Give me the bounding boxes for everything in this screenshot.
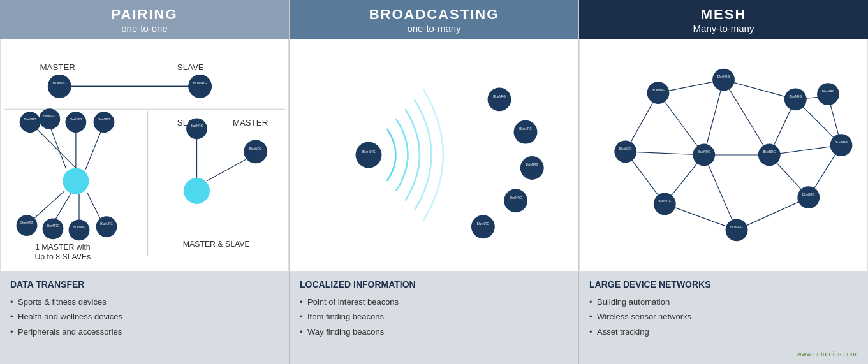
mesh-node-g [654,193,676,215]
recv-node-1 [488,87,511,111]
svg-text:BlueNRG: BlueNRG [52,81,66,85]
slave-node-1 [20,112,41,133]
broadcasting-panel: BROADCASTING one-to-many BlueNRG [290,0,579,272]
master-slave-label: MASTER & SLAVE [183,240,250,249]
main-container: PAIRING one-to-one MASTER SLAVE BlueNRG … [0,0,868,364]
broadcasting-body: BlueNRG BlueNRG BlueNRG [290,39,578,272]
pairing-header: PAIRING one-to-one [0,0,289,39]
slave-node-6 [43,218,64,239]
svg-text:BlueNRG: BlueNRG [477,222,490,226]
mesh-node-i [693,144,715,166]
mesh-node-d [830,134,853,156]
svg-text:BlueNRG: BlueNRG [193,81,207,85]
svg-text:BlueNRG: BlueNRG [43,115,56,118]
broadcast-source [356,142,382,168]
watermark: www.cntronics.com [791,347,862,360]
mesh-node-f [726,219,748,241]
localized-info-title: LOCALIZED INFORMATION [300,279,568,289]
svg-text:BlueNRG: BlueNRG [493,95,506,98]
pairing-title: PAIRING [0,6,289,23]
mesh-node-a [647,82,670,104]
pairing-diagram: MASTER SLAVE BlueNRG ~~~~ BlueNRG ~~~~ [1,39,288,271]
pairing-body: MASTER SLAVE BlueNRG ~~~~ BlueNRG ~~~~ [0,39,289,272]
svg-line-12 [85,129,102,170]
slave-node-2 [39,108,60,129]
svg-text:BlueNRG: BlueNRG [362,150,376,154]
mesh-node-j [758,144,781,166]
list-item: Item finding beacons [300,309,568,324]
svg-text:BlueNRG: BlueNRG [519,127,532,131]
mesh-node-c [784,88,807,110]
mesh-node-b [712,69,735,91]
svg-text:BlueNRG: BlueNRG [822,90,835,93]
slave-node-7 [69,219,90,240]
svg-text:BlueNRG: BlueNRG [802,193,815,196]
svg-text:~~~~: ~~~~ [196,87,204,91]
recv-node-2 [514,120,538,144]
large-device-list: Building automation Wireless sensor netw… [589,295,858,339]
recv-node-4 [504,189,527,212]
svg-text:BlueNRG: BlueNRG [730,226,743,229]
broadcasting-subtitle: one-to-many [290,23,578,34]
svg-text:BlueNRG: BlueNRG [191,124,203,127]
svg-text:BlueNRG: BlueNRG [698,150,710,154]
data-transfer-panel: DATA TRANSFER Sports & fitness devices H… [0,272,290,364]
svg-line-41 [658,93,704,155]
one-master-label: 1 MASTER with [35,243,91,252]
slave-node-br1 [186,119,207,140]
large-device-panel: LARGE DEVICE NETWORKS Building automatio… [579,272,868,364]
slave-node-4 [94,112,115,133]
svg-text:BlueNRG: BlueNRG [24,118,36,121]
mesh-panel: MESH Many-to-many [579,0,868,272]
svg-line-46 [704,155,737,230]
master-node-right [244,140,267,163]
up-to-slaves-label: Up to 8 SLAVEs [34,252,91,261]
slave-node-8 [96,216,117,237]
bottom-section: DATA TRANSFER Sports & fitness devices H… [0,272,868,364]
svg-line-38 [665,204,737,230]
broadcasting-header: BROADCASTING one-to-many [290,0,578,39]
svg-line-48 [626,152,704,155]
list-item: Peripherals and accessories [10,324,279,339]
svg-line-34 [724,80,796,99]
list-item: Point of interest beacons [300,295,568,309]
list-item: Sports & fitness devices [10,295,279,309]
svg-line-37 [737,198,809,230]
slave-label-top: SLAVE [177,62,204,72]
svg-text:BlueNRG: BlueNRG [510,196,522,200]
svg-line-6 [36,129,76,168]
svg-line-20 [87,192,102,222]
top-section: PAIRING one-to-one MASTER SLAVE BlueNRG … [0,0,868,272]
localized-info-list: Point of interest beacons Item finding b… [300,295,568,339]
svg-line-42 [724,80,770,155]
svg-line-8 [50,126,66,169]
recv-node-3 [520,156,544,180]
svg-text:BlueNRG: BlueNRG [717,75,730,78]
slave-node-5 [17,215,38,236]
data-transfer-title: DATA TRANSFER [10,279,279,289]
svg-text:BlueNRG: BlueNRG [526,163,539,166]
mesh-node-k [817,83,839,105]
svg-text:BlueNRG: BlueNRG [47,224,59,228]
list-item: Asset tracking [589,324,858,339]
list-item: Health and wellness devices [10,309,279,324]
pairing-panel: PAIRING one-to-one MASTER SLAVE BlueNRG … [0,0,290,272]
mesh-subtitle: Many-to-many [579,23,868,34]
svg-text:~~~~: ~~~~ [55,87,63,91]
svg-text:BlueNRG: BlueNRG [73,226,85,229]
mesh-header: MESH Many-to-many [579,0,868,39]
list-item: Wireless sensor networks [589,309,858,324]
center-cyan-node [63,168,89,194]
large-device-title: LARGE DEVICE NETWORKS [589,279,858,289]
master-label-bottom: MASTER [233,118,268,127]
slave-cyan-node [184,178,210,204]
mesh-diagram: BlueNRG BlueNRG BlueNRG BlueNRG BlueNRG … [580,39,867,271]
svg-line-50 [704,80,724,155]
svg-text:BlueNRG: BlueNRG [763,150,776,154]
svg-text:BlueNRG: BlueNRG [619,147,632,150]
broadcasting-diagram: BlueNRG BlueNRG BlueNRG [290,39,578,271]
data-transfer-list: Sports & fitness devices Health and well… [10,295,279,339]
list-item: Way finding beacons [300,324,568,339]
svg-text:BlueNRG: BlueNRG [652,89,665,92]
slave-node-3 [65,112,86,133]
